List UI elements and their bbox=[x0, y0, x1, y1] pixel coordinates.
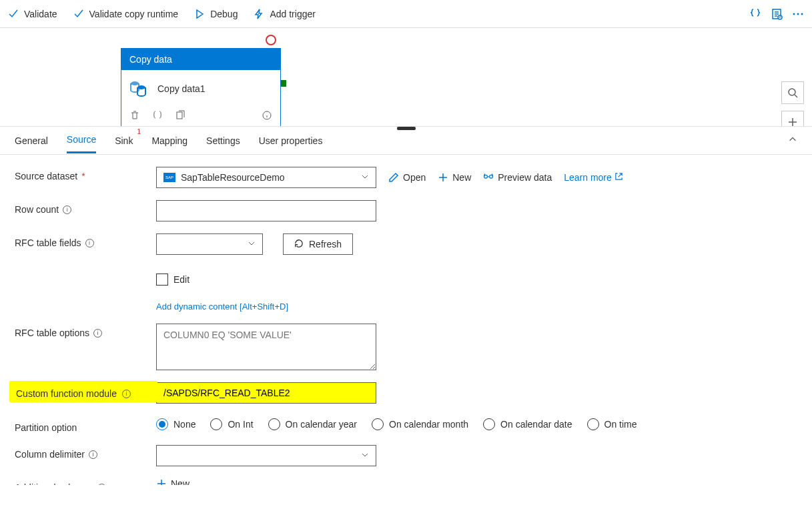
row-count-input[interactable] bbox=[156, 200, 376, 221]
sap-table-icon: SAP bbox=[163, 173, 175, 182]
svg-point-5 bbox=[131, 81, 139, 85]
info-icon[interactable]: i bbox=[85, 239, 94, 247]
svg-point-2 bbox=[793, 13, 795, 15]
partition-on-int-radio[interactable]: On Int bbox=[210, 418, 253, 430]
column-delim-select[interactable] bbox=[156, 445, 376, 466]
refresh-icon bbox=[294, 239, 304, 250]
glasses-icon bbox=[483, 172, 494, 183]
new-dataset-button[interactable]: New bbox=[438, 172, 471, 183]
info-icon[interactable]: i bbox=[122, 390, 131, 398]
play-icon bbox=[194, 9, 205, 19]
source-dataset-value: SapTableResourceDemo bbox=[181, 172, 285, 183]
info-icon[interactable]: i bbox=[93, 329, 102, 338]
open-dataset-button[interactable]: Open bbox=[388, 172, 426, 183]
source-dataset-label: Source dataset* bbox=[15, 167, 156, 181]
add-column-button[interactable]: New bbox=[156, 478, 189, 485]
svg-point-4 bbox=[801, 13, 803, 15]
info-icon[interactable]: i bbox=[63, 205, 71, 214]
panel-drag-handle[interactable] bbox=[397, 127, 416, 130]
clipboard-icon[interactable] bbox=[771, 8, 783, 20]
partition-on-cal-date-radio[interactable]: On calendar date bbox=[483, 418, 572, 430]
tab-sink-label: Sink bbox=[115, 135, 133, 146]
search-canvas-button[interactable] bbox=[781, 81, 804, 104]
toolbar: Validate Validate copy runtime Debug Add… bbox=[0, 0, 812, 28]
dynamic-content-link[interactable]: Add dynamic content [Alt+Shift+D] bbox=[156, 302, 288, 312]
plus-icon bbox=[156, 478, 167, 485]
tab-sink[interactable]: Sink 1 bbox=[115, 129, 133, 153]
svg-point-10 bbox=[484, 175, 488, 178]
svg-point-3 bbox=[797, 13, 799, 15]
info-icon[interactable] bbox=[262, 110, 272, 123]
partition-label: Partition option bbox=[15, 418, 156, 433]
pipeline-canvas[interactable]: Copy data Copy data1 bbox=[0, 28, 812, 127]
svg-point-11 bbox=[490, 175, 493, 178]
custom-fn-input[interactable] bbox=[156, 382, 376, 404]
partition-radio-group: None On Int On calendar year On calendar… bbox=[156, 418, 637, 430]
validate-button[interactable]: Validate bbox=[8, 9, 57, 19]
external-link-icon bbox=[615, 172, 623, 183]
add-trigger-label: Add trigger bbox=[270, 9, 315, 19]
activity-toolbar bbox=[121, 107, 280, 127]
validate-copy-label: Validate copy runtime bbox=[89, 9, 179, 19]
info-icon[interactable]: i bbox=[97, 484, 106, 486]
tab-settings[interactable]: Settings bbox=[206, 129, 240, 153]
rfc-options-label: RFC table options i bbox=[15, 324, 156, 338]
add-trigger-button[interactable]: Add trigger bbox=[254, 9, 315, 19]
preview-data-button[interactable]: Preview data bbox=[483, 172, 552, 183]
copy-icon[interactable] bbox=[175, 110, 185, 123]
plus-icon bbox=[438, 172, 448, 183]
source-dataset-select[interactable]: SAPSapTableResourceDemo bbox=[156, 167, 376, 188]
column-delim-label: Column delimiter i bbox=[15, 445, 156, 460]
custom-fn-label: Custom function module i bbox=[15, 382, 156, 401]
tab-general[interactable]: General bbox=[15, 129, 48, 153]
code-icon[interactable] bbox=[152, 110, 163, 123]
svg-point-9 bbox=[789, 89, 795, 95]
database-copy-icon bbox=[129, 79, 148, 98]
validate-copy-button[interactable]: Validate copy runtime bbox=[73, 9, 179, 19]
partition-none-radio[interactable]: None bbox=[156, 418, 195, 430]
tab-bar: General Source Sink 1 Mapping Settings U… bbox=[0, 127, 812, 155]
rfc-options-textarea[interactable] bbox=[156, 324, 376, 370]
partition-on-time-radio[interactable]: On time bbox=[587, 418, 637, 430]
source-form: Source dataset* SAPSapTableResourceDemo … bbox=[0, 155, 812, 485]
lightning-icon bbox=[254, 9, 264, 19]
json-braces-icon[interactable] bbox=[749, 8, 761, 20]
edit-checkbox[interactable] bbox=[156, 274, 168, 286]
svg-point-6 bbox=[137, 85, 145, 89]
output-connector[interactable] bbox=[281, 80, 286, 87]
chevron-down-icon bbox=[361, 450, 369, 461]
pencil-icon bbox=[388, 172, 399, 183]
chevron-down-icon bbox=[248, 239, 256, 249]
tab-source[interactable]: Source bbox=[67, 127, 96, 153]
zoom-in-button[interactable] bbox=[781, 111, 804, 127]
delete-icon[interactable] bbox=[129, 110, 140, 123]
copy-data-activity[interactable]: Copy data Copy data1 bbox=[121, 48, 281, 127]
svg-rect-7 bbox=[177, 112, 182, 119]
rfc-fields-label: RFC table fields i bbox=[15, 233, 156, 248]
collapse-panel-icon[interactable] bbox=[788, 135, 797, 146]
row-count-label: Row count i bbox=[15, 200, 156, 215]
checkmark-icon bbox=[73, 9, 84, 19]
debug-button[interactable]: Debug bbox=[194, 9, 238, 19]
activity-name: Copy data1 bbox=[157, 83, 206, 94]
activity-header: Copy data bbox=[121, 49, 280, 70]
edit-label: Edit bbox=[173, 274, 189, 285]
more-icon[interactable] bbox=[792, 8, 804, 20]
debug-label: Debug bbox=[210, 9, 238, 19]
tab-user-properties[interactable]: User properties bbox=[259, 129, 323, 153]
tab-mapping[interactable]: Mapping bbox=[151, 129, 187, 153]
validate-label: Validate bbox=[24, 9, 57, 19]
checkmark-icon bbox=[8, 9, 19, 19]
refresh-button[interactable]: Refresh bbox=[283, 233, 353, 255]
info-icon[interactable]: i bbox=[89, 450, 97, 459]
validation-error-icon bbox=[266, 35, 276, 45]
learn-more-link[interactable]: Learn more bbox=[564, 172, 623, 183]
chevron-down-icon bbox=[361, 172, 369, 183]
partition-on-cal-month-radio[interactable]: On calendar month bbox=[372, 418, 468, 430]
rfc-fields-select[interactable] bbox=[156, 233, 263, 255]
tab-sink-badge: 1 bbox=[137, 127, 141, 135]
partition-on-cal-year-radio[interactable]: On calendar year bbox=[268, 418, 357, 430]
additional-cols-label: Additional columns i bbox=[15, 478, 156, 485]
